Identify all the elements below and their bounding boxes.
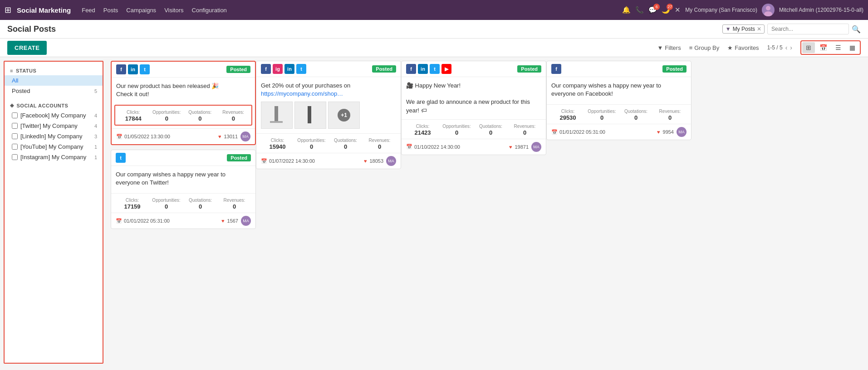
moon-icon[interactable]: 🌙 27 bbox=[662, 6, 670, 14]
card-1-stat-values: 17844 0 0 0 bbox=[117, 115, 250, 122]
close-icon[interactable]: ✕ bbox=[675, 6, 681, 14]
ig-icon-3: ig bbox=[273, 64, 283, 74]
filter-tag-close[interactable]: ✕ bbox=[757, 26, 761, 32]
sidebar-item-all-label: All bbox=[12, 77, 97, 84]
fb-icon-5: f bbox=[551, 64, 561, 74]
sidebar-twitter-label: [Twitter] My Company bbox=[20, 122, 94, 129]
card-1-quot: 0 bbox=[198, 115, 201, 122]
sidebar-item-linkedin[interactable]: [LinkedIn] My Company 3 bbox=[5, 131, 103, 141]
card-5[interactable]: f Posted Our company wishes a happy new … bbox=[546, 61, 691, 140]
groupby-button[interactable]: ≡ Group By bbox=[689, 44, 720, 51]
card-4-status: Posted bbox=[517, 65, 541, 73]
cal-icon-5: 📅 bbox=[551, 129, 558, 135]
pagination-text: 1-5 / 5 bbox=[767, 44, 783, 51]
nav-campaigns[interactable]: Campaigns bbox=[126, 7, 156, 14]
nav-posts[interactable]: Posts bbox=[103, 7, 118, 14]
chat-icon[interactable]: 💬 6 bbox=[648, 6, 657, 14]
filter-icon: ▼ bbox=[657, 44, 663, 51]
card-2[interactable]: t Posted Our company wishes a happy new … bbox=[111, 150, 256, 229]
sidebar-item-instagram[interactable]: [Instagram] My Company 1 bbox=[5, 152, 103, 162]
card-1[interactable]: f in t Posted Our new product has been r… bbox=[111, 61, 256, 145]
sidebar-item-youtube[interactable]: [YouTube] My Company 1 bbox=[5, 141, 103, 152]
toolbar-controls: ▼ Filters ≡ Group By ★ Favorites 1-5 / 5… bbox=[657, 40, 861, 55]
card-2-footer-right: ♥ 1567 MA bbox=[221, 216, 251, 226]
card-3-header: f ig in t Posted bbox=[256, 61, 401, 77]
kanban-view-button[interactable]: ⊞ bbox=[802, 42, 815, 53]
facebook-checkbox[interactable] bbox=[12, 112, 18, 118]
card-2-date: 📅 01/01/2022 05:31:00 bbox=[116, 218, 170, 224]
sidebar-youtube-label: [YouTube] My Company bbox=[20, 143, 94, 150]
card-3[interactable]: f ig in t Posted Get 20% out of your pur… bbox=[256, 61, 401, 169]
list-view-button[interactable]: ☰ bbox=[832, 42, 845, 53]
nav-visitors[interactable]: Visitors bbox=[164, 7, 183, 14]
quot-label: Quotations: bbox=[188, 110, 211, 115]
card-5-quot: 0 bbox=[634, 114, 638, 121]
card-5-likes: 9954 bbox=[663, 129, 674, 135]
card-4[interactable]: f in t ▶ Posted 🎥 Happy New Year!We are … bbox=[401, 61, 546, 155]
sidebar-linkedin-count: 3 bbox=[94, 134, 97, 139]
sidebar-twitter-count: 4 bbox=[94, 123, 97, 129]
phone-icon[interactable]: 📞 bbox=[635, 6, 644, 14]
sidebar-linkedin-label: [LinkedIn] My Company bbox=[20, 133, 94, 140]
calendar-view-button[interactable]: 📅 bbox=[816, 42, 831, 53]
instagram-checkbox[interactable] bbox=[12, 154, 18, 160]
favorites-button[interactable]: ★ Favorites bbox=[727, 44, 759, 51]
kanban-col-2: f ig in t Posted Get 20% out of your pur… bbox=[256, 61, 401, 364]
card-3-likes: 18053 bbox=[369, 158, 383, 164]
star-icon: ★ bbox=[727, 44, 733, 51]
card-4-stats: Clicks:21423 Opportunities:0 Quotations:… bbox=[402, 119, 546, 139]
linkedin-checkbox[interactable] bbox=[12, 133, 18, 139]
nav-feed[interactable]: Feed bbox=[82, 7, 95, 14]
heart-icon-5: ♥ bbox=[657, 129, 660, 135]
sidebar-item-twitter[interactable]: [Twitter] My Company 4 bbox=[5, 121, 103, 131]
grid-view-button[interactable]: ▦ bbox=[846, 42, 859, 53]
sidebar-facebook-count: 4 bbox=[94, 113, 97, 118]
card-3-images: +1 bbox=[261, 102, 396, 129]
card-3-avatar: MA bbox=[386, 156, 396, 166]
image-count-badge: +1 bbox=[338, 109, 350, 122]
chat-badge: 6 bbox=[653, 4, 660, 10]
next-page-button[interactable]: › bbox=[790, 44, 792, 51]
card-4-clicks: 21423 bbox=[414, 129, 431, 136]
card-3-rev: 0 bbox=[378, 143, 381, 150]
status-icon: ≡ bbox=[10, 68, 13, 73]
card-4-quot: 0 bbox=[489, 129, 492, 136]
fb-icon-3: f bbox=[261, 64, 271, 74]
twitter-checkbox[interactable] bbox=[12, 123, 18, 129]
sidebar-item-facebook[interactable]: [Facebook] My Company 4 bbox=[5, 110, 103, 121]
app-brand: Social Marketing bbox=[17, 6, 71, 14]
search-input[interactable] bbox=[767, 24, 849, 34]
create-button[interactable]: CREATE bbox=[7, 41, 47, 55]
prev-page-button[interactable]: ‹ bbox=[785, 44, 788, 51]
card-3-text: Get 20% out of your purchases on https:/… bbox=[261, 82, 396, 98]
card-1-rev: 0 bbox=[232, 115, 235, 122]
search-icon[interactable]: 🔍 bbox=[852, 25, 861, 34]
sidebar-item-posted-label: Posted bbox=[12, 88, 94, 94]
youtube-checkbox[interactable] bbox=[12, 144, 18, 150]
filters-button[interactable]: ▼ Filters bbox=[657, 44, 681, 51]
sidebar-item-posted[interactable]: Posted 5 bbox=[5, 86, 103, 96]
avatar[interactable] bbox=[762, 4, 775, 16]
card-4-header: f in t ▶ Posted bbox=[402, 61, 546, 77]
sidebar-instagram-count: 1 bbox=[94, 155, 97, 160]
filter-tag-my-posts[interactable]: ▼ My Posts ✕ bbox=[722, 24, 765, 34]
heart-icon-2: ♥ bbox=[221, 218, 225, 224]
sidebar-item-all[interactable]: All bbox=[5, 75, 103, 86]
svg-rect-2 bbox=[275, 106, 278, 122]
card-5-clicks: 29530 bbox=[559, 114, 576, 121]
fb-icon-4: f bbox=[406, 64, 416, 74]
card-3-footer-right: ♥ 18053 MA bbox=[364, 156, 396, 166]
card-1-stat-labels: Clicks: Opportunities: Quotations: Reven… bbox=[117, 108, 250, 115]
heart-icon: ♥ bbox=[218, 134, 221, 139]
sidebar-facebook-label: [Facebook] My Company bbox=[20, 112, 94, 119]
card-4-rev: 0 bbox=[523, 129, 526, 136]
card-3-link[interactable]: https://mycompany.com/shop… bbox=[261, 90, 343, 97]
bell-icon[interactable]: 🔔 bbox=[622, 6, 631, 14]
apps-menu-icon[interactable]: ⊞ bbox=[5, 5, 11, 15]
groupby-icon: ≡ bbox=[689, 44, 693, 51]
nav-configuration[interactable]: Configuration bbox=[192, 7, 227, 14]
subheader: Social Posts ▼ My Posts ✕ 🔍 bbox=[0, 20, 868, 39]
view-switcher: ⊞ 📅 ☰ ▦ bbox=[800, 40, 861, 55]
card-3-img-2 bbox=[294, 102, 326, 129]
card-2-quot: 0 bbox=[199, 203, 202, 210]
